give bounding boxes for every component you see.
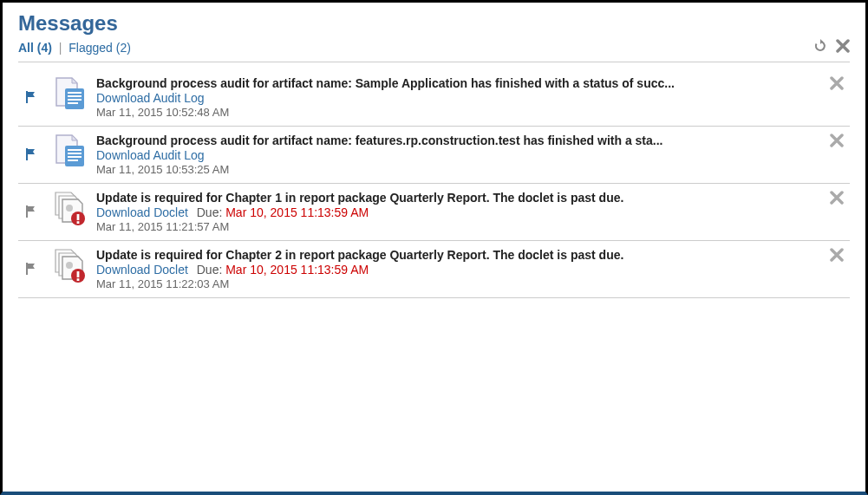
download-link[interactable]: Download Audit Log — [96, 91, 205, 105]
svg-rect-6 — [68, 149, 82, 151]
message-content: Background process audit for artifact na… — [96, 134, 817, 176]
message-timestamp: Mar 11, 2015 11:21:57 AM — [96, 220, 817, 233]
svg-rect-2 — [68, 95, 82, 97]
tab-all[interactable]: All (4) — [18, 41, 52, 55]
svg-rect-3 — [68, 99, 82, 101]
svg-point-14 — [66, 262, 73, 269]
svg-point-10 — [66, 205, 73, 212]
message-row: Background process audit for artifact na… — [18, 127, 850, 184]
svg-rect-17 — [77, 278, 80, 281]
message-link-line: Download Doclet Due: Mar 10, 2015 11:13:… — [96, 205, 817, 219]
tab-flagged[interactable]: Flagged (2) — [69, 41, 131, 55]
svg-rect-1 — [68, 92, 82, 94]
message-link-line: Download Audit Log — [96, 91, 817, 105]
close-all-icon[interactable] — [836, 39, 850, 56]
tab-separator: | — [59, 41, 62, 55]
document-icon — [53, 76, 88, 114]
message-title: Update is required for Chapter 1 in repo… — [96, 191, 817, 205]
svg-rect-9 — [68, 160, 78, 161]
flag-icon[interactable] — [24, 147, 38, 165]
download-link[interactable]: Download Doclet — [96, 205, 188, 219]
header-actions — [813, 39, 850, 56]
document-icon — [53, 134, 88, 172]
dismiss-icon[interactable] — [830, 248, 844, 265]
doclet-stack-alert-icon — [52, 248, 88, 288]
message-content: Update is required for Chapter 2 in repo… — [96, 248, 817, 290]
tabs-row: All (4) | Flagged (2) — [18, 39, 850, 62]
message-title: Background process audit for artifact na… — [96, 76, 817, 90]
due-date: Mar 10, 2015 11:13:59 AM — [225, 205, 369, 219]
message-content: Update is required for Chapter 1 in repo… — [96, 191, 817, 233]
dismiss-icon[interactable] — [830, 134, 844, 151]
messages-list: Background process audit for artifact na… — [18, 69, 850, 298]
message-title: Update is required for Chapter 2 in repo… — [96, 248, 817, 262]
flag-icon[interactable] — [24, 90, 38, 107]
page-title: Messages — [18, 11, 850, 36]
svg-rect-8 — [68, 156, 82, 158]
message-row: Update is required for Chapter 2 in repo… — [18, 241, 850, 298]
message-row: Background process audit for artifact na… — [18, 69, 850, 127]
svg-rect-13 — [77, 221, 80, 224]
due-label: Due: — [193, 205, 225, 219]
message-link-line: Download Audit Log — [96, 148, 817, 162]
svg-rect-7 — [68, 153, 82, 154]
svg-rect-12 — [77, 214, 80, 220]
message-row: Update is required for Chapter 1 in repo… — [18, 184, 850, 241]
dismiss-icon[interactable] — [830, 191, 844, 208]
filter-tabs: All (4) | Flagged (2) — [18, 41, 131, 55]
flag-icon[interactable] — [24, 262, 38, 279]
message-title: Background process audit for artifact na… — [96, 134, 817, 147]
message-link-line: Download Doclet Due: Mar 10, 2015 11:13:… — [96, 263, 817, 277]
flag-icon[interactable] — [24, 205, 38, 222]
message-timestamp: Mar 11, 2015 11:22:03 AM — [96, 277, 817, 290]
refresh-icon[interactable] — [813, 39, 827, 56]
message-timestamp: Mar 11, 2015 10:52:48 AM — [96, 106, 817, 119]
message-timestamp: Mar 11, 2015 10:53:25 AM — [96, 163, 817, 176]
due-label: Due: — [193, 263, 225, 277]
message-content: Background process audit for artifact na… — [96, 76, 817, 119]
dismiss-icon[interactable] — [830, 76, 844, 94]
svg-rect-4 — [68, 102, 78, 104]
due-date: Mar 10, 2015 11:13:59 AM — [225, 263, 369, 277]
svg-rect-16 — [77, 271, 80, 277]
download-link[interactable]: Download Audit Log — [96, 148, 205, 162]
download-link[interactable]: Download Doclet — [96, 263, 188, 277]
doclet-stack-alert-icon — [52, 191, 88, 231]
